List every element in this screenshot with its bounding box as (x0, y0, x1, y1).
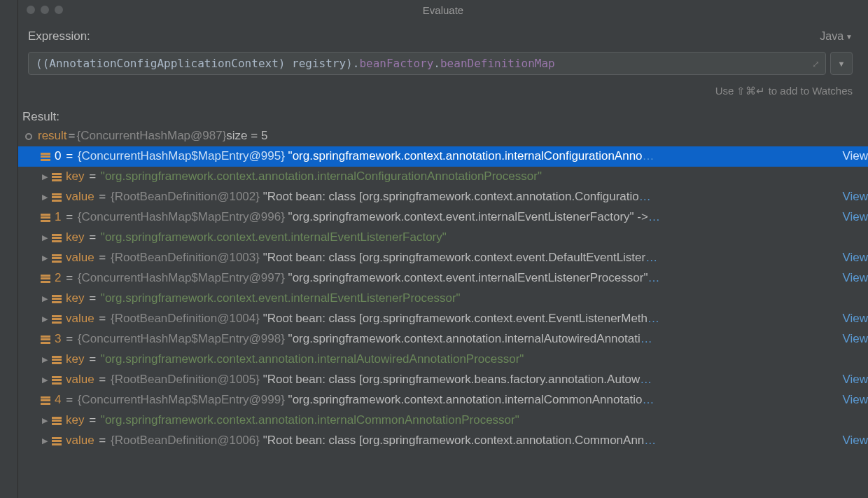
tree-row-key[interactable]: ▶key = "org.springframework.context.anno… (18, 410, 868, 431)
expression-label: Expression: (28, 29, 90, 43)
tree-row-entry[interactable]: 0 = {ConcurrentHashMap$MapEntry@995} "or… (18, 146, 868, 167)
object-icon (39, 274, 52, 284)
tree-row-value[interactable]: ▶value = {RootBeanDefinition@1004} "Root… (18, 309, 868, 329)
watches-hint: Use ⇧⌘↵ to add to Watches (18, 79, 868, 97)
tree-row-value[interactable]: ▶value = {RootBeanDefinition@1005} "Root… (18, 370, 868, 390)
tree-row-key[interactable]: ▶key = "org.springframework.context.even… (18, 228, 868, 248)
result-label: Result: (18, 110, 868, 124)
view-link[interactable]: View (842, 329, 868, 350)
expand-icon[interactable]: ⤢ (812, 58, 820, 69)
expression-input[interactable]: ((AnnotationConfigApplicationContext) re… (28, 52, 826, 75)
zoom-window-button[interactable] (55, 6, 63, 14)
expand-arrow-icon[interactable]: ▶ (39, 353, 50, 366)
tree-row-entry[interactable]: 1 = {ConcurrentHashMap$MapEntry@996} "or… (18, 207, 868, 228)
object-icon (50, 233, 63, 243)
language-value: Java (820, 30, 844, 43)
object-icon (50, 355, 63, 365)
view-link[interactable]: View (842, 248, 868, 268)
chevron-down-icon: ▼ (838, 60, 846, 68)
expand-arrow-icon[interactable]: ▶ (39, 434, 50, 448)
result-tree: result = {ConcurrentHashMap@987} size = … (18, 126, 868, 451)
close-window-button[interactable] (27, 6, 35, 14)
tree-row-value[interactable]: ▶value = {RootBeanDefinition@1002} "Root… (18, 187, 868, 207)
expand-arrow-icon[interactable]: ▶ (39, 373, 50, 387)
expand-arrow-icon[interactable]: ▶ (39, 191, 50, 204)
result-section: Result: result = {ConcurrentHashMap@987}… (18, 97, 868, 498)
view-link[interactable]: View (842, 146, 868, 167)
object-icon (50, 254, 63, 263)
view-link[interactable]: View (842, 309, 868, 329)
chevron-down-icon: ▼ (846, 33, 853, 41)
view-link[interactable]: View (842, 431, 868, 451)
expand-arrow-icon[interactable]: ▶ (39, 292, 50, 305)
editor-gutter (0, 0, 18, 498)
object-icon (50, 172, 63, 182)
expression-section: Expression: Java ▼ ((AnnotationConfigApp… (18, 20, 868, 79)
titlebar: Evaluate (18, 0, 868, 20)
view-link[interactable]: View (842, 187, 868, 207)
view-link[interactable]: View (842, 390, 868, 410)
object-icon (39, 213, 52, 223)
object-icon (50, 416, 63, 426)
expand-arrow-icon[interactable]: ▶ (39, 251, 50, 265)
window-controls (18, 6, 63, 14)
object-icon (39, 335, 52, 345)
tree-row-value[interactable]: ▶value = {RootBeanDefinition@1006} "Root… (18, 431, 868, 451)
object-icon (22, 132, 35, 141)
object-icon (50, 375, 63, 385)
tree-row-key[interactable]: ▶key = "org.springframework.context.anno… (18, 167, 868, 187)
expr-token: ((AnnotationConfigApplicationContext) re… (36, 57, 359, 70)
expand-arrow-icon[interactable]: ▶ (39, 312, 50, 326)
tree-row-key[interactable]: ▶key = "org.springframework.context.even… (18, 289, 868, 309)
minimize-window-button[interactable] (41, 6, 49, 14)
tree-row-root[interactable]: result = {ConcurrentHashMap@987} size = … (18, 126, 868, 146)
expr-token: beanDefinitionMap (440, 57, 555, 70)
evaluate-dialog: Evaluate Expression: Java ▼ ((Annotation… (18, 0, 868, 498)
object-icon (50, 193, 63, 202)
tree-row-key[interactable]: ▶key = "org.springframework.context.anno… (18, 350, 868, 370)
expr-token: . (433, 57, 440, 70)
object-icon (50, 314, 63, 324)
tree-row-value[interactable]: ▶value = {RootBeanDefinition@1003} "Root… (18, 248, 868, 268)
object-icon (39, 152, 52, 162)
object-icon (39, 396, 52, 406)
tree-row-entry[interactable]: 3 = {ConcurrentHashMap$MapEntry@998} "or… (18, 329, 868, 350)
expand-arrow-icon[interactable]: ▶ (39, 231, 50, 244)
window-title: Evaluate (423, 4, 463, 16)
language-selector[interactable]: Java ▼ (820, 30, 853, 43)
expression-history-button[interactable]: ▼ (830, 52, 853, 75)
tree-row-entry[interactable]: 2 = {ConcurrentHashMap$MapEntry@997} "or… (18, 268, 868, 289)
expr-token: beanFactory (359, 57, 433, 70)
view-link[interactable]: View (842, 268, 868, 289)
object-icon (50, 436, 63, 446)
view-link[interactable]: View (842, 370, 868, 390)
view-link[interactable]: View (842, 207, 868, 228)
object-icon (50, 294, 63, 304)
expand-arrow-icon[interactable]: ▶ (39, 414, 50, 427)
tree-row-entry[interactable]: 4 = {ConcurrentHashMap$MapEntry@999} "or… (18, 390, 868, 410)
expand-arrow-icon[interactable]: ▶ (39, 170, 50, 184)
